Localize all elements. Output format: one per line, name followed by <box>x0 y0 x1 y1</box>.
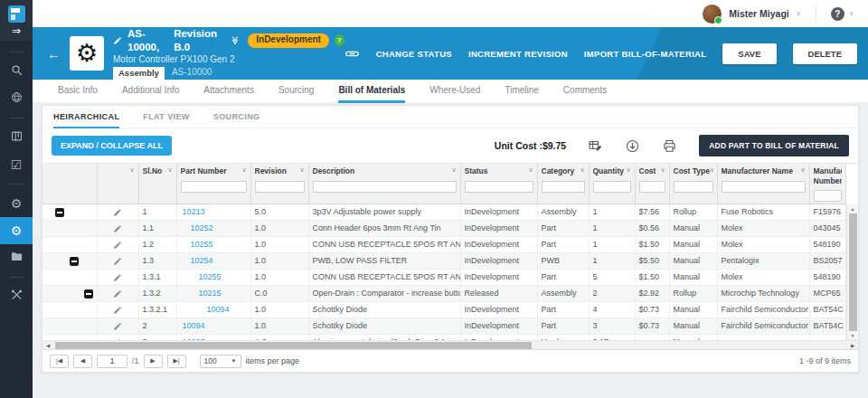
sidebar-item-tools[interactable] <box>0 283 33 310</box>
tab-additional-info[interactable]: Additional Info <box>122 80 179 103</box>
filter-input-status[interactable] <box>465 181 533 193</box>
edit-row-icon[interactable] <box>113 322 122 331</box>
last-page-button[interactable]: ▶| <box>167 355 186 368</box>
header-action-import-bill-of-material[interactable]: IMPORT BILL-OF-MATERIAL <box>584 49 706 59</box>
expand-collapse-all-button[interactable]: EXPAND / COLLAPSE ALL <box>52 136 172 156</box>
double-arrow-right-icon[interactable]: ⇒ <box>12 25 21 36</box>
download-icon[interactable] <box>625 138 640 154</box>
tab-timeline[interactable]: Timeline <box>505 80 538 103</box>
sort-caret-icon[interactable]: ∨ <box>626 166 630 174</box>
vertical-scrollbar[interactable]: ▲ ▼ <box>846 204 858 340</box>
filter-input-mfr[interactable] <box>722 181 806 193</box>
part-number-link[interactable]: 10297 <box>181 337 205 340</box>
filter-input-part[interactable] <box>181 181 247 193</box>
tab-basic-info[interactable]: Basic Info <box>58 80 98 103</box>
edit-row-icon[interactable] <box>113 289 122 298</box>
scroll-left-icon[interactable]: ◀ <box>42 343 53 348</box>
collapse-row-icon[interactable] <box>55 208 64 217</box>
cell-mfr_no: F15976 <box>809 204 845 221</box>
cell-desc: CONN USB RECEPTACLE 5POS RT ANG <box>308 237 460 253</box>
sort-caret-icon[interactable]: ∨ <box>710 166 713 174</box>
grid-edit-icon[interactable] <box>588 138 603 154</box>
sidebar-item-search[interactable] <box>0 58 33 85</box>
edit-row-icon[interactable] <box>113 273 122 282</box>
tab-bill-of-materials[interactable]: Bill of Materials <box>338 80 405 103</box>
part-number-link[interactable]: 10213 <box>181 207 205 216</box>
edit-row-icon[interactable] <box>113 257 122 266</box>
sort-caret-icon[interactable]: ∨ <box>800 166 805 174</box>
sort-caret-icon[interactable]: ∨ <box>299 166 304 174</box>
edit-pencil-icon[interactable] <box>113 36 122 45</box>
user-menu[interactable]: Mister Miyagi ∨ <box>703 5 801 24</box>
collapse-row-icon[interactable] <box>70 257 79 266</box>
help-menu[interactable]: ? ∨ <box>831 7 854 21</box>
cell-edit <box>97 318 138 335</box>
edit-row-icon[interactable] <box>113 306 122 315</box>
edit-row-icon[interactable] <box>113 208 122 217</box>
app-logo-icon[interactable] <box>8 5 25 23</box>
part-number-link[interactable]: 10254 <box>181 256 213 265</box>
part-number-link[interactable]: 10215 <box>181 289 222 298</box>
filter-input-mfr_no[interactable] <box>814 190 842 202</box>
scroll-up-icon[interactable]: ▲ <box>851 205 855 213</box>
page-number-input[interactable] <box>97 355 127 368</box>
filter-input-rev[interactable] <box>255 181 305 193</box>
part-number-link[interactable]: 10094 <box>181 305 230 314</box>
sort-caret-icon[interactable]: ∨ <box>167 166 172 174</box>
subtab-flat-view[interactable]: FLAT VIEW <box>143 106 189 128</box>
edit-row-icon[interactable] <box>113 224 122 233</box>
link-icon[interactable] <box>344 46 360 62</box>
edit-row-icon[interactable] <box>113 241 122 250</box>
tab-sourcing[interactable]: Sourcing <box>278 80 314 103</box>
sort-caret-icon[interactable]: ∨ <box>241 166 246 174</box>
edit-row-icon[interactable] <box>113 338 122 340</box>
hscroll-track[interactable] <box>53 342 847 349</box>
subtab-heirarchical[interactable]: HEIRARCHICAL <box>53 106 119 128</box>
part-number-link[interactable]: 10255 <box>181 240 213 249</box>
sidebar-item-tasks[interactable]: ☑ <box>0 151 33 178</box>
hscroll-thumb[interactable] <box>55 342 532 349</box>
unit-cost-label: Unit Cost : <box>495 140 542 151</box>
status-help-icon[interactable]: ? <box>335 34 344 46</box>
header-action-change-status[interactable]: CHANGE STATUS <box>376 49 452 59</box>
scroll-down-icon[interactable]: ▼ <box>851 332 855 339</box>
page-size-select[interactable]: 100 ▼ <box>200 355 241 368</box>
sort-caret-icon[interactable]: ∨ <box>580 166 584 174</box>
part-number-link[interactable]: 10252 <box>181 223 213 232</box>
prev-page-button[interactable]: ◀ <box>73 355 92 368</box>
filter-input-cost[interactable] <box>639 181 665 193</box>
sidebar-item-boards[interactable] <box>0 124 33 151</box>
revision-dropdown-icon[interactable]: ≫ <box>230 36 240 44</box>
sidebar-item-machine-settings[interactable]: ⚙ <box>0 190 33 217</box>
filter-input-desc[interactable] <box>313 181 457 193</box>
print-icon[interactable] <box>662 138 677 154</box>
tab-attachments[interactable]: Attachments <box>203 80 254 103</box>
save-button[interactable]: SAVE <box>722 43 776 64</box>
tab-where-used[interactable]: Where-Used <box>429 80 480 103</box>
first-page-button[interactable]: |◀ <box>50 355 69 368</box>
sort-caret-icon[interactable]: ∨ <box>528 166 533 174</box>
scroll-right-icon[interactable]: ▶ <box>847 343 858 348</box>
part-number-link[interactable]: 10255 <box>181 272 222 281</box>
part-id: AS-10000, <box>127 27 168 53</box>
sort-caret-icon[interactable]: ∨ <box>451 166 456 174</box>
sidebar-item-admin[interactable] <box>0 85 33 112</box>
filter-input-qty[interactable] <box>593 181 631 193</box>
horizontal-scrollbar[interactable]: ◀ ▶ <box>42 340 858 349</box>
back-arrow-icon[interactable]: ← <box>47 46 61 62</box>
filter-input-cost_type[interactable] <box>674 181 713 193</box>
tab-comments[interactable]: Comments <box>563 80 607 103</box>
add-part-button[interactable]: ADD PART TO BILL OF MATERIAL <box>699 135 849 156</box>
part-number-link[interactable]: 10094 <box>181 321 205 330</box>
subtab-sourcing[interactable]: SOURCING <box>213 106 260 128</box>
header-action-increment-revision[interactable]: INCREMENT REVISION <box>468 49 568 59</box>
sort-caret-icon[interactable]: ∨ <box>129 166 134 174</box>
sidebar-item-parts[interactable]: ⚙ <box>0 217 33 244</box>
sort-caret-icon[interactable]: ∨ <box>660 166 665 174</box>
filter-input-category[interactable] <box>542 181 585 193</box>
sidebar-item-files[interactable] <box>0 244 33 271</box>
vscroll-thumb[interactable] <box>849 213 857 331</box>
delete-button[interactable]: DELETE <box>793 43 857 64</box>
collapse-row-icon[interactable] <box>84 289 93 298</box>
next-page-button[interactable]: ▶ <box>144 355 163 368</box>
